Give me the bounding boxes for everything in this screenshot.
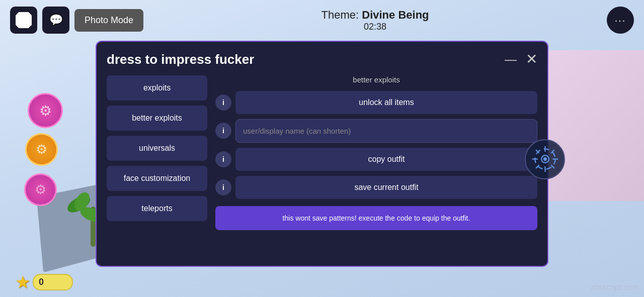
- nav-exploits[interactable]: exploits: [107, 75, 207, 101]
- unlock-all-info-button[interactable]: i: [215, 94, 231, 111]
- svg-line-9: [551, 165, 554, 168]
- modal-content: better exploits i unlock all items i i c…: [215, 75, 537, 230]
- copy-outfit-button[interactable]: copy outfit: [235, 148, 537, 171]
- modal-overlay: dress to impress fucker — ✕ exploits bet…: [0, 0, 644, 297]
- crosshair-overlay: [525, 139, 565, 179]
- save-outfit-row: i save current outfit: [215, 176, 537, 199]
- copy-outfit-wrapper: i copy outfit: [215, 148, 537, 171]
- minimize-button[interactable]: —: [501, 53, 521, 65]
- close-button[interactable]: ✕: [526, 52, 537, 66]
- svg-point-10: [543, 157, 546, 161]
- section-label: better exploits: [215, 75, 537, 84]
- modal-nav: exploits better exploits universals face…: [107, 75, 207, 230]
- save-outfit-info-button[interactable]: i: [215, 179, 231, 195]
- execute-note-button[interactable]: this wont save patterns! execute the cod…: [215, 206, 537, 230]
- crosshair-icon: [531, 145, 559, 173]
- nav-universals[interactable]: universals: [107, 136, 207, 161]
- name-input[interactable]: [235, 119, 537, 143]
- name-info-button[interactable]: i: [215, 123, 231, 139]
- modal-controls: — ✕: [501, 52, 537, 66]
- modal-header: dress to impress fucker — ✕: [107, 52, 537, 67]
- nav-face-customization[interactable]: face customization: [107, 166, 207, 191]
- name-input-row: i: [215, 119, 537, 143]
- unlock-all-button[interactable]: unlock all items: [235, 91, 537, 114]
- copy-outfit-info-button[interactable]: i: [215, 151, 231, 167]
- modal: dress to impress fucker — ✕ exploits bet…: [96, 41, 548, 267]
- nav-better-exploits[interactable]: better exploits: [107, 106, 207, 131]
- modal-body: exploits better exploits universals face…: [107, 75, 537, 230]
- nav-teleports[interactable]: teleports: [107, 196, 207, 221]
- save-outfit-button[interactable]: save current outfit: [235, 176, 537, 199]
- copy-outfit-row: i copy outfit: [215, 148, 537, 171]
- modal-title: dress to impress fucker: [107, 52, 254, 67]
- unlock-all-row: i unlock all items: [215, 91, 537, 114]
